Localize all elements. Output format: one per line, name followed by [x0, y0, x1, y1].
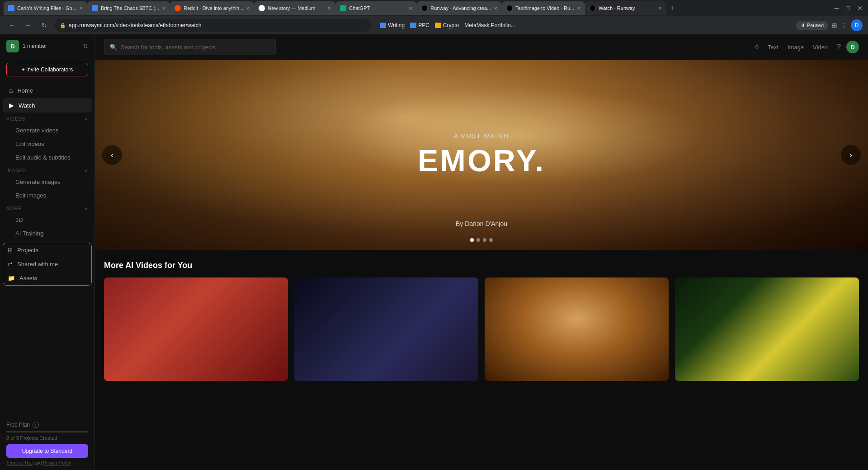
nav-watch[interactable]: ▶ Watch: [3, 98, 92, 113]
extensions-icon[interactable]: ⊞: [832, 22, 837, 29]
browser-chrome: Carlo's Writing Files - Go... ✕ Bring Th…: [0, 0, 868, 34]
tab-favicon-runway1: [421, 5, 428, 11]
reload-button[interactable]: ↻: [38, 19, 51, 32]
nav-generate-images[interactable]: Generate images: [3, 175, 92, 188]
tab-close-writing[interactable]: ✕: [79, 6, 83, 11]
tab-close-watch[interactable]: ✕: [658, 6, 662, 11]
tab-bar: Carlo's Writing Files - Go... ✕ Bring Th…: [0, 0, 868, 16]
tab-close-runway2[interactable]: ✕: [577, 6, 580, 11]
close-window-button[interactable]: ✕: [855, 3, 864, 14]
tab-label-runway2: Text/Image to Video - Ru...: [515, 5, 574, 11]
free-plan-label: Free Plan: [6, 422, 30, 428]
nav-assets[interactable]: 📁 Assets: [3, 271, 91, 285]
back-button[interactable]: ←: [5, 19, 18, 32]
hero-carousel: A MUST WATCH EMORY. By Darion D'Anjou ‹ …: [95, 60, 868, 250]
tab-close-reddit[interactable]: ✕: [246, 6, 250, 11]
address-bar[interactable]: 🔒 app.runwayml.com/video-tools/teams/eth…: [54, 19, 371, 32]
invite-collaborators-button[interactable]: + Invite Collaborators: [6, 63, 88, 76]
tab-close-medium[interactable]: ✕: [327, 6, 331, 11]
sidebar-nav: ⌂ Home ▶ Watch VIDEOS ∧ Generate videos …: [0, 81, 94, 417]
hero-dot-4[interactable]: [489, 238, 493, 242]
nav-home[interactable]: ⌂ Home: [3, 83, 92, 98]
filter-tab-text[interactable]: Text: [764, 42, 782, 52]
hero-next-button[interactable]: ›: [841, 145, 861, 165]
video-thumbnail-2: [294, 277, 478, 381]
tab-runway1[interactable]: Runway - Advancing crea... ✕: [417, 1, 502, 15]
new-tab-button[interactable]: +: [666, 2, 679, 14]
more-section-header[interactable]: MORE ∧: [0, 202, 94, 213]
user-expand-icon[interactable]: ⇅: [83, 42, 88, 50]
bookmark-label-crypto: Crypto: [443, 22, 459, 28]
plan-info-icon[interactable]: i: [33, 422, 39, 428]
privacy-link[interactable]: Privacy Policy: [43, 461, 71, 465]
nav-edit-videos-label: Edit videos: [15, 141, 44, 147]
tab-label-btc: Bring The Chads $BTC (...: [101, 5, 159, 11]
sidebar-footer: Free Plan i 0 of 3 Projects Created Upgr…: [0, 417, 94, 470]
upgrade-button[interactable]: Upgrade to Standard: [6, 444, 88, 458]
bookmarks-bar: Writing PPC Crypto MetaMask Portfolio...: [380, 22, 515, 28]
tab-close-chatgpt[interactable]: ✕: [409, 6, 412, 11]
bookmark-crypto[interactable]: Crypto: [435, 22, 459, 28]
settings-icon[interactable]: ⋮: [841, 22, 847, 29]
bookmark-ppc[interactable]: PPC: [410, 22, 429, 28]
hero-dot-1[interactable]: [470, 238, 474, 242]
nav-projects[interactable]: ⊞ Projects: [3, 243, 91, 257]
sidebar-header: D 1 member ⇅: [0, 34, 94, 58]
shared-icon: ⇄: [8, 261, 13, 268]
nav-3d[interactable]: 3D: [3, 213, 92, 226]
top-bar-profile[interactable]: D: [846, 41, 859, 53]
tab-watch[interactable]: Watch - Runway ✕: [585, 1, 666, 15]
forward-button[interactable]: →: [22, 19, 34, 32]
nav-assets-label: Assets: [19, 275, 37, 282]
tab-close-runway1[interactable]: ✕: [494, 6, 497, 11]
hero-dot-3[interactable]: [483, 238, 486, 242]
search-bar[interactable]: 🔍 Search for tools, assets and projects: [104, 39, 276, 55]
tab-reddit[interactable]: Reddit - Dive into anythin... ✕: [170, 1, 254, 15]
assets-icon: 📁: [8, 275, 15, 282]
nav-generate-videos-label: Generate videos: [15, 127, 58, 134]
hero-content: A MUST WATCH EMORY.: [418, 132, 545, 178]
nav-generate-videos[interactable]: Generate videos: [3, 124, 92, 137]
video-card-3[interactable]: [485, 277, 669, 381]
tab-btc[interactable]: Bring The Chads $BTC (... ✕: [87, 1, 170, 15]
videos-section-header[interactable]: VIDEOS ∧: [0, 113, 94, 123]
address-text: app.runwayml.com/video-tools/teams/ethdo…: [69, 22, 201, 28]
filter-tab-image[interactable]: Image: [784, 42, 807, 52]
home-icon: ⌂: [9, 87, 13, 94]
tab-close-btc[interactable]: ✕: [162, 6, 165, 11]
video-card-2[interactable]: [294, 277, 478, 381]
browser-profile[interactable]: D: [851, 19, 863, 31]
nav-edit-images[interactable]: Edit images: [3, 189, 92, 202]
nav-ai-training[interactable]: AI Training: [3, 227, 92, 240]
hero-title: EMORY.: [418, 143, 545, 178]
filter-tab-0[interactable]: 0: [752, 42, 762, 52]
video-grid: [104, 277, 859, 381]
video-card-1[interactable]: [104, 277, 288, 381]
tab-writing[interactable]: Carlo's Writing Files - Go... ✕: [4, 1, 87, 15]
maximize-button[interactable]: □: [844, 3, 852, 14]
terms-link[interactable]: Terms of Use: [6, 461, 33, 465]
tab-chatgpt[interactable]: ChatGPT ✕: [335, 1, 417, 15]
nav-edit-videos[interactable]: Edit videos: [3, 137, 92, 150]
hero-dot-2[interactable]: [476, 238, 480, 242]
tab-runway2[interactable]: Text/Image to Video - Ru... ✕: [502, 1, 585, 15]
nav-edit-audio[interactable]: Edit audio & subtitles: [3, 151, 92, 164]
images-section-header[interactable]: IMAGES ∧: [0, 164, 94, 175]
tab-label-chatgpt: ChatGPT: [349, 5, 406, 11]
filter-tab-video[interactable]: Video: [809, 42, 831, 52]
bookmark-metamask[interactable]: MetaMask Portfolio...: [464, 22, 515, 28]
hero-prev-button[interactable]: ‹: [102, 145, 122, 165]
watch-play-icon: ▶: [9, 102, 14, 109]
video-card-4[interactable]: [675, 277, 859, 381]
nav-shared[interactable]: ⇄ Shared with me: [3, 257, 91, 271]
more-chevron-icon: ∧: [85, 206, 88, 211]
bookmark-writing[interactable]: Writing: [380, 22, 405, 28]
video-thumbnail-3: [485, 277, 669, 381]
minimize-button[interactable]: ─: [833, 3, 841, 14]
hero-subtitle: A MUST WATCH: [418, 132, 545, 139]
paused-button[interactable]: ⏸ Paused: [796, 21, 828, 30]
projects-progress-track: [6, 431, 88, 432]
help-icon[interactable]: ?: [837, 43, 841, 51]
hero-author: By Darion D'Anjou: [456, 220, 507, 227]
tab-medium[interactable]: New story — Medium ✕: [254, 1, 335, 15]
